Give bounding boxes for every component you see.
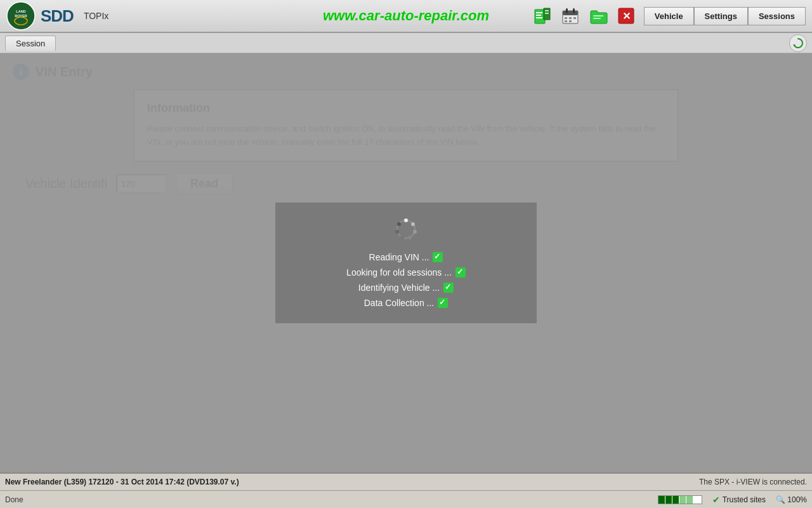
svg-point-31 xyxy=(395,230,399,234)
status-line-3: Identifying Vehicle ... xyxy=(294,283,518,293)
check-icon-3 xyxy=(443,283,454,293)
check-icon-1 xyxy=(433,252,443,262)
browser-bar: Done ✔ Trusted sites 🔍 100% xyxy=(0,490,812,508)
calendar-icon[interactable] xyxy=(558,3,583,29)
svg-point-29 xyxy=(408,236,412,239)
status-line-1: Reading VIN ... xyxy=(294,252,518,262)
svg-rect-20 xyxy=(593,15,603,17)
svg-rect-7 xyxy=(536,17,542,18)
progress-seg-3 xyxy=(672,496,679,504)
pen-icon[interactable] xyxy=(530,3,555,29)
flag-icon[interactable]: ✕ xyxy=(613,3,639,29)
progress-seg-1 xyxy=(658,496,665,504)
progress-seg-5 xyxy=(686,496,693,504)
browser-done-label: Done xyxy=(5,495,23,504)
svg-rect-16 xyxy=(569,17,572,19)
nav-buttons: Vehicle Settings Sessions xyxy=(644,7,806,25)
check-icon-2 xyxy=(455,267,466,277)
sdd-logo: SDD xyxy=(41,6,74,26)
spinner xyxy=(395,218,417,241)
check-icon-4 xyxy=(438,298,448,308)
svg-point-28 xyxy=(413,230,417,234)
sessions-button[interactable]: Sessions xyxy=(748,7,806,25)
loading-box: Reading VIN ... Looking for old sessions… xyxy=(275,203,537,323)
trusted-sites-icon: ✔ xyxy=(712,495,720,505)
svg-rect-12 xyxy=(563,11,578,15)
status-identifying-text: Identifying Vehicle ... xyxy=(358,283,440,293)
website-url: www.car-auto-repair.com xyxy=(323,8,489,24)
top-bar: LAND ROVER SDD TOPIx www.car-auto-repair… xyxy=(0,0,812,33)
vehicle-status-text: New Freelander (L359) 172120 - 31 Oct 20… xyxy=(5,478,699,486)
main-content: i VIN Entry Information Please connect c… xyxy=(0,53,812,472)
trusted-sites-area: ✔ Trusted sites xyxy=(712,495,766,505)
svg-rect-18 xyxy=(565,20,567,22)
status-reading-text: Reading VIN ... xyxy=(369,252,429,262)
session-bar: Session xyxy=(0,33,812,53)
progress-bar xyxy=(658,495,702,504)
svg-rect-14 xyxy=(573,8,575,13)
settings-button[interactable]: Settings xyxy=(694,7,748,25)
loading-overlay: Reading VIN ... Looking for old sessions… xyxy=(0,53,812,472)
svg-rect-6 xyxy=(536,15,541,16)
connection-status-text: The SPX - i-VIEW is connected. xyxy=(699,478,807,486)
svg-rect-21 xyxy=(593,18,601,19)
svg-rect-19 xyxy=(569,20,572,22)
vehicle-button[interactable]: Vehicle xyxy=(644,7,694,25)
svg-point-30 xyxy=(400,236,404,239)
svg-point-33 xyxy=(405,219,408,222)
svg-text:✕: ✕ xyxy=(622,11,630,22)
session-refresh-button[interactable] xyxy=(789,34,807,52)
top-icons: ✕ xyxy=(530,3,639,29)
progress-seg-4 xyxy=(679,496,686,504)
status-sessions-text: Looking for old sessions ... xyxy=(346,267,452,277)
svg-point-32 xyxy=(397,222,401,226)
status-line-4: Data Collection ... xyxy=(294,298,518,308)
svg-rect-17 xyxy=(573,17,576,19)
svg-text:LAND: LAND xyxy=(16,10,25,13)
svg-rect-5 xyxy=(536,12,542,13)
svg-marker-8 xyxy=(544,8,550,20)
trusted-sites-label: Trusted sites xyxy=(723,495,766,504)
svg-rect-13 xyxy=(566,8,568,13)
status-line-2: Looking for old sessions ... xyxy=(294,267,518,277)
status-collection-text: Data Collection ... xyxy=(364,298,435,308)
zoom-area: 🔍 100% xyxy=(776,495,807,504)
folder-icon[interactable] xyxy=(586,3,611,29)
status-bar: New Freelander (L359) 172120 - 31 Oct 20… xyxy=(0,472,812,490)
topix-link[interactable]: TOPIx xyxy=(84,11,108,21)
svg-rect-15 xyxy=(565,17,567,19)
progress-seg-2 xyxy=(665,496,672,504)
landrover-logo: LAND ROVER xyxy=(6,1,36,30)
svg-point-27 xyxy=(411,222,415,226)
session-tab[interactable]: Session xyxy=(5,36,56,51)
zoom-level: 🔍 100% xyxy=(776,495,807,504)
